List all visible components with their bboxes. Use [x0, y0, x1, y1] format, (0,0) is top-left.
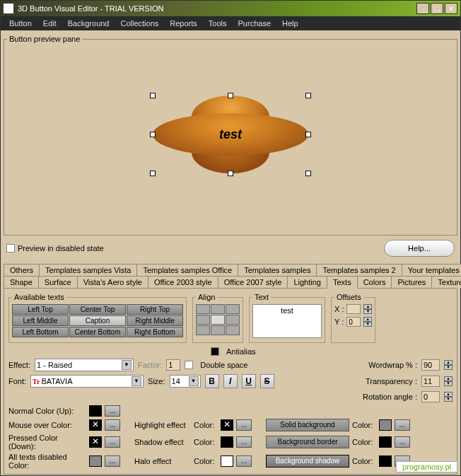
resize-handle[interactable] — [150, 170, 156, 176]
text-right-top[interactable]: Right Top — [127, 304, 183, 315]
align-tc[interactable] — [211, 304, 225, 314]
shadow-color-picker[interactable]: ... — [236, 436, 252, 448]
spin-up[interactable]: ▲ — [363, 304, 372, 309]
highlight-color-picker[interactable]: ... — [236, 419, 252, 431]
highlight-color-swatch[interactable]: ✕ — [221, 419, 233, 431]
wordwrap-input[interactable] — [421, 359, 440, 371]
resize-handle[interactable] — [228, 170, 233, 176]
text-right-middle[interactable]: Right Middle — [127, 315, 183, 326]
spin-up[interactable]: ▲ — [444, 376, 453, 381]
text-left-middle[interactable]: Left Middle — [12, 315, 69, 326]
bg-shadow-button[interactable]: Background shadow — [266, 455, 349, 468]
align-mr[interactable] — [226, 315, 240, 325]
tab-templates-office[interactable]: Templates samples Office — [136, 264, 238, 276]
italic-button[interactable]: I — [223, 374, 238, 388]
disabled-preview-checkbox[interactable] — [6, 244, 15, 252]
effect-combo[interactable]: 1 - Raised▼ — [35, 359, 134, 371]
tab-your-templates[interactable]: Your templates — [402, 264, 461, 276]
align-bl[interactable] — [196, 325, 210, 335]
tab-office2003[interactable]: Office 2003 style — [148, 276, 218, 288]
text-center-bottom[interactable]: Center Bottom — [69, 327, 126, 337]
close-button[interactable]: × — [445, 3, 457, 14]
preview-canvas[interactable]: test — [7, 49, 454, 232]
chevron-down-icon[interactable]: ▼ — [189, 376, 199, 386]
disabled-color-swatch[interactable] — [89, 455, 102, 467]
mouseover-color-swatch[interactable]: ✕ — [89, 419, 102, 431]
menu-tools[interactable]: Tools — [203, 18, 233, 29]
menu-background[interactable]: Background — [62, 18, 115, 29]
bgborder-color-picker[interactable]: ... — [395, 436, 410, 448]
pressed-color-swatch[interactable]: ✕ — [89, 436, 102, 448]
solid-bg-button[interactable]: Solid background — [266, 419, 349, 431]
maximize-button[interactable]: □ — [431, 3, 443, 14]
tab-templates-samples2[interactable]: Templates samples 2 — [316, 264, 402, 276]
solidbg-color-swatch[interactable] — [379, 419, 392, 431]
solidbg-color-picker[interactable]: ... — [395, 419, 410, 431]
menu-collections[interactable]: Collections — [115, 18, 165, 29]
tab-templates-samples[interactable]: Templates samples — [238, 264, 317, 276]
text-caption[interactable]: Caption — [69, 315, 126, 326]
text-left-top[interactable]: Left Top — [12, 304, 69, 315]
resize-handle[interactable] — [305, 93, 311, 98]
bgshadow-color-swatch[interactable] — [379, 455, 392, 467]
transparency-input[interactable] — [421, 376, 440, 387]
minimize-button[interactable]: _ — [416, 3, 429, 14]
tab-office2007[interactable]: Office 2007 style — [218, 276, 288, 288]
bg-border-button[interactable]: Background border — [266, 436, 349, 448]
bold-button[interactable]: B — [205, 374, 219, 388]
text-right-bottom[interactable]: Right Bottom — [127, 327, 183, 337]
spin-down[interactable]: ▼ — [363, 322, 372, 327]
normal-color-swatch[interactable] — [89, 405, 102, 417]
tab-textures[interactable]: Textures — [431, 276, 461, 288]
align-mc[interactable] — [211, 315, 225, 325]
tab-others[interactable]: Others — [4, 264, 40, 276]
disabled-color-picker[interactable]: ... — [105, 455, 120, 467]
halo-color-swatch[interactable] — [221, 455, 233, 467]
spin-up[interactable]: ▲ — [444, 392, 453, 397]
tab-colors[interactable]: Colors — [357, 276, 392, 288]
spin-down[interactable]: ▼ — [444, 365, 453, 370]
offset-y-input[interactable] — [346, 317, 361, 327]
offset-x-input[interactable] — [346, 304, 361, 314]
doublespace-checkbox[interactable] — [185, 361, 193, 369]
underline-button[interactable]: U — [242, 374, 256, 388]
spin-up[interactable]: ▲ — [444, 360, 453, 365]
resize-handle[interactable] — [150, 93, 156, 98]
menu-help[interactable]: Help — [276, 18, 304, 29]
resize-handle[interactable] — [228, 93, 233, 98]
menu-edit[interactable]: Edit — [37, 18, 62, 29]
antialias-checkbox[interactable] — [211, 347, 219, 356]
spin-down[interactable]: ▼ — [444, 381, 453, 386]
tab-texts[interactable]: Texts — [327, 276, 358, 289]
font-combo[interactable]: Tr BATAVIA▼ — [30, 375, 144, 388]
spin-down[interactable]: ▼ — [363, 309, 372, 314]
tab-shape[interactable]: Shape — [4, 276, 39, 288]
strike-button[interactable]: S — [260, 374, 274, 388]
menu-reports[interactable]: Reports — [164, 18, 203, 29]
help-button[interactable]: Help... — [384, 240, 455, 257]
text-left-bottom[interactable]: Left Bottom — [12, 327, 69, 337]
resize-handle[interactable] — [305, 170, 311, 176]
mouseover-color-picker[interactable]: ... — [105, 419, 120, 431]
align-ml[interactable] — [196, 315, 210, 325]
shadow-color-swatch[interactable] — [221, 436, 233, 448]
chevron-down-icon[interactable]: ▼ — [122, 360, 132, 370]
factor-input[interactable] — [166, 359, 180, 371]
resize-handle[interactable] — [150, 132, 156, 137]
text-center-top[interactable]: Center Top — [69, 304, 126, 315]
chevron-down-icon[interactable]: ▼ — [132, 376, 141, 386]
spin-down[interactable]: ▼ — [444, 397, 453, 402]
halo-color-picker[interactable]: ... — [236, 455, 252, 467]
menu-button[interactable]: Button — [4, 18, 37, 29]
button-preview[interactable]: test — [153, 95, 308, 173]
tab-pictures[interactable]: Pictures — [391, 276, 432, 288]
menu-purchase[interactable]: Purchase — [233, 18, 276, 29]
tab-templates-vista[interactable]: Templates samples Vista — [39, 264, 137, 276]
align-br[interactable] — [226, 325, 240, 335]
spin-up[interactable]: ▲ — [363, 317, 372, 322]
tab-vista-aero[interactable]: Vista's Aero style — [77, 276, 148, 288]
caption-text-input[interactable]: test — [252, 304, 322, 338]
tab-surface[interactable]: Surface — [38, 276, 78, 288]
align-tl[interactable] — [196, 304, 210, 314]
bgborder-color-swatch[interactable] — [379, 436, 392, 448]
